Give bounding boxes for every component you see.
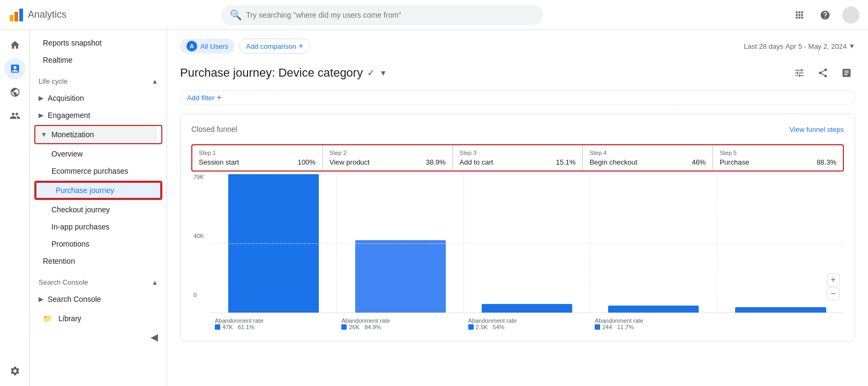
step-3-name: Add to cart 15.1% xyxy=(460,158,576,166)
abandonment-2-label: Abandonment rate xyxy=(341,317,459,324)
step-1-name: Session start 100% xyxy=(199,158,316,166)
page-title-row: Purchase journey: Device category ✓ ▼ xyxy=(180,64,855,81)
abandonment-4-value: 244 11.7% xyxy=(595,324,713,330)
nav-realtime[interactable]: Realtime xyxy=(30,51,162,69)
title-dropdown-icon[interactable]: ▼ xyxy=(379,69,387,77)
date-dropdown-icon: ▼ xyxy=(849,42,855,50)
svg-rect-0 xyxy=(10,15,13,21)
funnel-step-4: Step 4 Begin checkout 46% xyxy=(582,145,713,170)
library-icon: 📁 xyxy=(43,314,52,323)
add-comparison-label: Add comparison xyxy=(246,42,296,50)
avatar[interactable] xyxy=(842,6,859,24)
nav-checkout-journey[interactable]: Checkout journey xyxy=(30,201,162,218)
sidebar-icon-home[interactable] xyxy=(4,34,26,56)
abandonment-1-value: 47K 61.1% xyxy=(215,324,333,330)
all-users-circle: A xyxy=(186,41,197,51)
nav-acquisition[interactable]: ▶ Acquisition xyxy=(30,90,162,107)
svg-rect-2 xyxy=(19,9,23,21)
bar-chart-area: 79K 40K 0 xyxy=(191,174,844,330)
sidebar-icon-advertising[interactable] xyxy=(4,105,26,127)
zoom-controls: + − xyxy=(827,273,840,300)
nav-ecommerce-purchases[interactable]: Ecommerce purchases xyxy=(30,162,162,180)
zoom-in-btn[interactable]: + xyxy=(827,273,840,286)
nav-overview[interactable]: Overview xyxy=(30,145,162,162)
nav-library[interactable]: 📁 Library xyxy=(30,310,162,327)
step-3-label: Step 3 xyxy=(460,150,576,156)
bar-3 xyxy=(482,304,572,313)
y-axis-0: 0 xyxy=(193,292,206,298)
nav-reports-snapshot[interactable]: Reports snapshot xyxy=(30,34,162,51)
view-funnel-steps-link[interactable]: View funnel steps xyxy=(789,125,844,133)
nav-realtime-label: Realtime xyxy=(43,56,72,64)
bars-grid xyxy=(211,174,844,313)
lifecycle-section-header[interactable]: Life cycle ▲ xyxy=(30,73,167,90)
nav-promotions[interactable]: Promotions xyxy=(30,235,162,253)
nav-monetization[interactable]: ▼ Monetization xyxy=(35,126,157,143)
abandonment-4: Abandonment rate 244 11.7% xyxy=(590,317,717,330)
nav-purchase-journey[interactable]: Purchase journey xyxy=(35,182,161,199)
abandonment-4-label: Abandonment rate xyxy=(595,317,713,324)
app-title: Analytics xyxy=(28,9,66,20)
add-filter-label: Add filter xyxy=(187,94,214,102)
step-4-label: Step 4 xyxy=(589,150,706,156)
abandonment-row: Abandonment rate 47K 61.1% Abandonment r… xyxy=(211,317,844,330)
nav-engagement[interactable]: ▶ Engagement xyxy=(30,107,162,124)
top-header: Analytics 🔍 xyxy=(0,0,868,30)
step-2-name: View product 38.9% xyxy=(330,158,446,166)
abandonment-1-label: Abandonment rate xyxy=(215,317,333,324)
abandonment-3: Abandonment rate 2.5K 54% xyxy=(464,317,590,330)
bar-4 xyxy=(608,306,699,313)
engagement-expand-icon: ▶ xyxy=(39,112,43,119)
y-axis-79k: 79K xyxy=(193,174,206,180)
chart-title: Closed funnel xyxy=(191,125,237,133)
insights-icon[interactable] xyxy=(838,64,855,81)
step-1-label: Step 1 xyxy=(199,150,316,156)
abandonment-5 xyxy=(717,317,844,330)
share-icon[interactable] xyxy=(814,64,832,81)
apps-icon[interactable] xyxy=(791,6,808,24)
step-5-label: Step 5 xyxy=(720,150,836,156)
search-console-chevron: ▲ xyxy=(152,279,158,286)
nav-reports-snapshot-label: Reports snapshot xyxy=(43,39,102,47)
sidebar-icon-explore[interactable] xyxy=(4,81,26,103)
title-actions xyxy=(791,64,855,81)
icon-sidebar xyxy=(0,30,30,386)
date-label: Last 28 days xyxy=(744,42,783,50)
search-input[interactable] xyxy=(246,11,534,19)
nav-sidebar: Reports snapshot Realtime Life cycle ▲ ▶… xyxy=(30,30,167,386)
nav-search-console-item[interactable]: ▶ Search Console xyxy=(30,291,162,308)
add-filter-btn[interactable]: Add filter + xyxy=(180,90,855,105)
help-icon[interactable] xyxy=(817,6,834,24)
nav-in-app-purchases[interactable]: In-app purchases xyxy=(30,218,162,235)
bar-2 xyxy=(355,240,446,313)
sidebar-icon-settings[interactable] xyxy=(4,360,26,382)
filter-row: A All Users Add comparison + Last 28 day… xyxy=(180,39,855,54)
search-icon: 🔍 xyxy=(230,9,242,21)
add-filter-icon: + xyxy=(216,93,221,102)
acquisition-expand-icon: ▶ xyxy=(39,94,43,102)
monetization-expand-icon: ▼ xyxy=(41,131,47,138)
svg-rect-1 xyxy=(14,12,18,21)
abandonment-3-value: 2.5K 54% xyxy=(468,324,586,330)
chart-container: Closed funnel View funnel steps Step 1 S… xyxy=(180,114,855,342)
collapse-nav-btn[interactable]: ◀ xyxy=(151,331,158,343)
main-layout: Reports snapshot Realtime Life cycle ▲ ▶… xyxy=(0,30,868,386)
bar-5 xyxy=(735,307,826,313)
header-right xyxy=(791,6,859,24)
search-console-expand-icon: ▶ xyxy=(39,295,43,303)
abandonment-2: Abandonment rate 26K 84.9% xyxy=(337,317,463,330)
search-console-section-header[interactable]: Search Console ▲ xyxy=(30,274,167,291)
step-2-label: Step 2 xyxy=(330,150,446,156)
all-users-label: All Users xyxy=(200,42,228,50)
sidebar-icon-reports[interactable] xyxy=(4,58,26,79)
customize-icon[interactable] xyxy=(791,64,808,81)
abandonment-1-icon xyxy=(215,324,220,330)
search-bar[interactable]: 🔍 xyxy=(221,5,543,25)
zoom-out-btn[interactable]: − xyxy=(827,287,840,300)
all-users-badge[interactable]: A All Users xyxy=(180,39,235,54)
nav-retention[interactable]: Retention xyxy=(30,253,162,270)
abandonment-2-value: 26K 84.9% xyxy=(341,324,459,330)
abandonment-4-icon xyxy=(595,324,600,330)
date-range-selector[interactable]: Last 28 days Apr 5 - May 2, 2024 ▼ xyxy=(744,42,855,50)
add-comparison-btn[interactable]: Add comparison + xyxy=(239,39,310,54)
